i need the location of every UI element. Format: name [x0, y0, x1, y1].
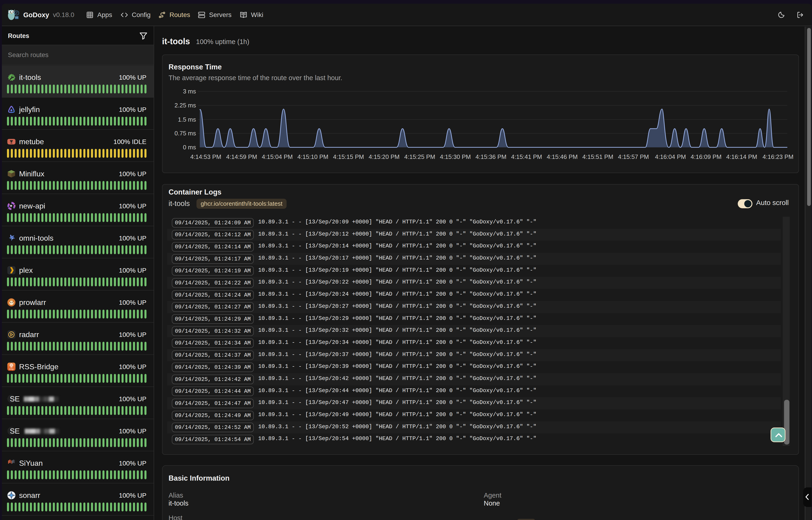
svg-text:Bridge: Bridge — [9, 368, 14, 370]
